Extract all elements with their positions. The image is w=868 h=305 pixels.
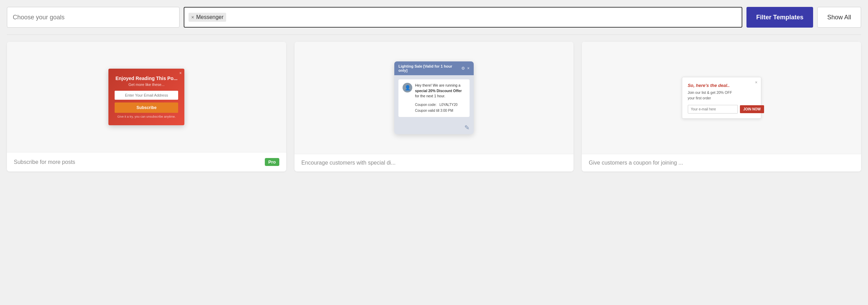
goals-input[interactable] [7, 7, 180, 28]
messenger-header-title: Lighting Sale [Valid for 1 hour only] [398, 64, 461, 72]
join-now-button[interactable]: JOIN NOW [740, 105, 764, 113]
coupon-email-input[interactable] [688, 105, 738, 114]
card-2-preview: Lighting Sale [Valid for 1 hour only] ⚙ … [295, 42, 574, 154]
unsub-note: Give it a try, you can unsubscribe anyti… [115, 115, 178, 118]
coupon-label: Coupon code: [415, 103, 436, 107]
coupon-popup: × So, here's the deal.. Join our list & … [682, 77, 761, 119]
messenger-header-icons: ⚙ × [461, 66, 470, 71]
card-1-preview: × Enjoyed Reading This Po... Get more li… [7, 42, 286, 152]
close-icon[interactable]: × [467, 66, 470, 71]
card-3-label: Give customers a coupon for joining ... [589, 160, 683, 166]
popup-subtitle: Get more like these... [115, 82, 178, 87]
subscribe-popup: × Enjoyed Reading This Po... Get more li… [108, 69, 184, 125]
gear-icon[interactable]: ⚙ [461, 66, 465, 71]
messenger-text: Hey there! We are running a special 20% … [415, 83, 465, 99]
channel-tag-input[interactable]: × Messenger [184, 7, 742, 28]
coupon-desc-line1: Join our list & get 20% OFF [688, 90, 732, 95]
messenger-footer: ✎ [394, 121, 474, 134]
coupon-code: L0YALTY20 [440, 103, 457, 107]
card-2-footer: Encourage customers with special di... [295, 154, 574, 171]
tag-label: Messenger [196, 14, 223, 20]
cards-row: × Enjoyed Reading This Po... Get more li… [7, 42, 861, 171]
coupon-title: So, here's the deal.. [688, 83, 755, 88]
messenger-popup: Lighting Sale [Valid for 1 hour only] ⚙ … [394, 61, 474, 134]
messenger-body: 👤 Hey there! We are running a special 20… [394, 75, 474, 121]
top-bar: × Messenger Filter Templates Show All [7, 7, 861, 35]
card-3-preview: × So, here's the deal.. Join our list & … [582, 42, 861, 154]
card-messenger: Lighting Sale [Valid for 1 hour only] ⚙ … [295, 42, 574, 171]
coupon-block: Coupon code: L0YALTY20 Coupon valid till… [415, 102, 465, 114]
coupon-desc: Join our list & get 20% OFF your first o… [688, 90, 755, 101]
subscribe-button[interactable]: Subscribe [115, 102, 178, 113]
messenger-bubble: 👤 Hey there! We are running a special 20… [398, 79, 470, 117]
popup-close-icon[interactable]: × [179, 71, 182, 76]
show-all-button[interactable]: Show All [817, 7, 861, 28]
card-3-footer: Give customers a coupon for joining ... [582, 154, 861, 171]
card-1-label: Subscribe for more posts [14, 159, 75, 165]
messenger-message: Hey there! We are running a special 20% … [415, 83, 465, 114]
tag-remove-icon[interactable]: × [191, 15, 194, 20]
send-icon: ✎ [464, 124, 470, 131]
popup-title: Enjoyed Reading This Po... [115, 76, 178, 81]
popup-email-input[interactable] [115, 91, 178, 100]
coupon-desc-line2: your first order [688, 96, 711, 100]
filter-templates-button[interactable]: Filter Templates [746, 7, 813, 28]
messenger-header: Lighting Sale [Valid for 1 hour only] ⚙ … [394, 61, 474, 75]
pro-badge: Pro [265, 158, 279, 166]
messenger-tag: × Messenger [189, 13, 226, 22]
coupon-close-icon[interactable]: × [755, 80, 758, 85]
card-subscribe: × Enjoyed Reading This Po... Get more li… [7, 42, 286, 171]
card-1-footer: Subscribe for more posts Pro [7, 152, 286, 171]
coupon-valid: Coupon valid till 3:00 PM [415, 109, 453, 112]
coupon-form-row: JOIN NOW [688, 105, 755, 114]
tag-text-input[interactable] [228, 14, 737, 20]
card-coupon: × So, here's the deal.. Join our list & … [582, 42, 861, 171]
messenger-avatar: 👤 [403, 83, 412, 92]
card-2-label: Encourage customers with special di... [301, 160, 396, 166]
